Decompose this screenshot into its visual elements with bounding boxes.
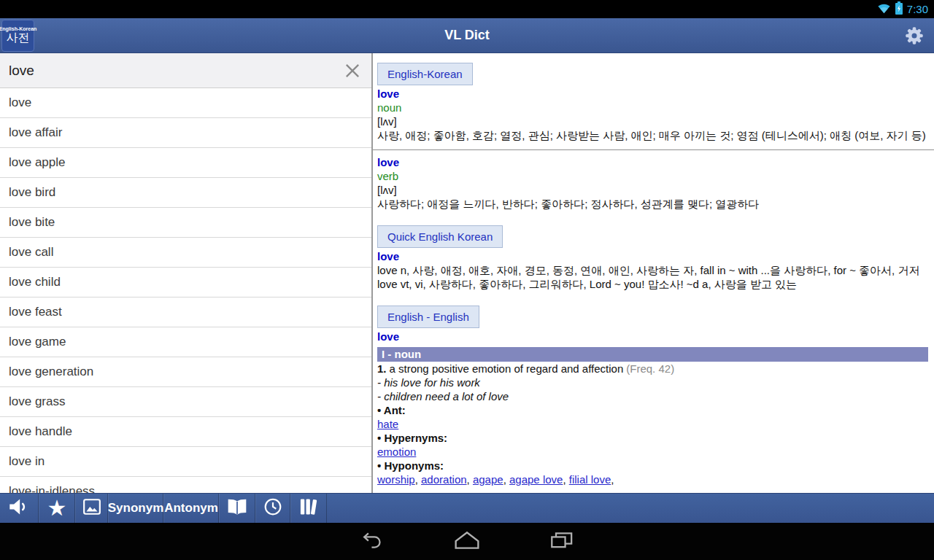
- sense-line: 1.a strong positive emotion of regard an…: [377, 362, 928, 376]
- hyponym-link[interactable]: adoration: [421, 473, 467, 486]
- entry-divider: [373, 149, 934, 150]
- screen: 7:30 English-Korean 사전 VL Dict: [0, 0, 934, 560]
- settings-gear-icon[interactable]: [904, 26, 925, 46]
- tab-english-korean[interactable]: English-Korean: [377, 63, 473, 85]
- antonym-link[interactable]: hate: [377, 418, 398, 430]
- entry-headword: love: [377, 87, 928, 101]
- status-bar: 7:30: [0, 0, 934, 18]
- hyponym-links: worship, adoration, agape, agape love, f…: [377, 472, 928, 486]
- navigation-bar: [0, 523, 934, 560]
- app-bar: English-Korean 사전 VL Dict: [0, 18, 934, 53]
- hypernyms-label: • Hypernyms:: [377, 431, 928, 445]
- entry-pos: noun: [377, 101, 928, 114]
- sense-text: a strong positive emotion of regard and …: [390, 362, 624, 375]
- suggestion-item[interactable]: love call: [0, 238, 371, 268]
- pronounce-button[interactable]: [0, 494, 39, 523]
- entry-headword: love: [377, 155, 928, 169]
- sense-frequency: (Freq. 42): [626, 362, 674, 375]
- entry-definition: 사랑하다; 애정을 느끼다, 반하다; 좋아하다; 정사하다, 성관계를 맺다;…: [377, 197, 928, 211]
- entry-pos: verb: [377, 169, 928, 183]
- clock-icon: [263, 497, 282, 519]
- suggestion-item[interactable]: love: [0, 88, 371, 118]
- example-line: - children need a lot of love: [377, 389, 928, 403]
- suggestion-item[interactable]: love affair: [0, 118, 371, 148]
- image-icon: [82, 498, 101, 518]
- search-bar: love: [0, 53, 371, 88]
- star-icon: ★: [47, 497, 67, 519]
- app-launcher-icon[interactable]: English-Korean 사전: [1, 20, 34, 52]
- suggestion-list: lovelove affairlove applelove birdlove b…: [0, 88, 371, 493]
- suggestion-item[interactable]: love game: [0, 327, 371, 357]
- tab-quick-english-korean[interactable]: Quick English Korean: [377, 225, 503, 248]
- synonym-button[interactable]: Synonym: [108, 494, 163, 523]
- home-icon: [454, 531, 480, 553]
- battery-charging-icon: [895, 1, 903, 18]
- quick-section: Quick English Korean love love n, 사랑, 애정…: [377, 225, 928, 291]
- recents-icon: [550, 531, 574, 553]
- hypernym-link[interactable]: emotion: [377, 446, 416, 458]
- entry-pronunciation: [lʌv]: [377, 114, 928, 128]
- page-title: VL Dict: [0, 28, 934, 43]
- hyponym-link[interactable]: agape: [473, 473, 503, 486]
- entry-headword: love: [377, 330, 928, 343]
- quick-definition-line: love vt, vi, 사랑하다, 좋아하다, 그리워하다, Lord ~ y…: [377, 277, 928, 291]
- suggestion-item[interactable]: love child: [0, 268, 371, 298]
- entry-pronunciation: [lʌv]: [377, 183, 928, 197]
- open-book-icon: [226, 498, 248, 518]
- hyponym-link[interactable]: filial love: [569, 473, 611, 486]
- search-panel: love lovelove affairlove applelove birdl…: [0, 53, 373, 493]
- library-books-icon: [298, 497, 319, 519]
- quick-definition-line: love n, 사랑, 애정, 애호, 자애, 경모, 동정, 연애, 애인, …: [377, 263, 928, 277]
- suggestion-item[interactable]: love feast: [0, 298, 371, 327]
- search-input[interactable]: love: [9, 63, 342, 79]
- suggestion-item[interactable]: love generation: [0, 357, 371, 387]
- back-icon: [360, 531, 384, 553]
- image-search-button[interactable]: [75, 494, 108, 523]
- clear-search-icon[interactable]: [342, 61, 363, 81]
- library-button[interactable]: [290, 494, 327, 523]
- suggestion-item[interactable]: love bite: [0, 208, 371, 238]
- main-content: love lovelove affairlove applelove birdl…: [0, 53, 934, 493]
- hyponyms-label: • Hyponyms:: [377, 459, 928, 472]
- english-english-section: English - English love I - noun 1.a stro…: [377, 306, 928, 486]
- suggestion-item[interactable]: love bird: [0, 178, 371, 208]
- status-clock: 7:30: [907, 3, 928, 15]
- tab-english-english[interactable]: English - English: [377, 306, 479, 328]
- definition-panel: English-Korean love noun [lʌv] 사랑, 애정; 좋…: [373, 53, 934, 493]
- antonym-label: • Ant:: [377, 403, 928, 417]
- antonym-button[interactable]: Antonym: [163, 494, 219, 523]
- synonym-button-label: Synonym: [107, 501, 166, 516]
- sense-number: 1.: [377, 362, 387, 375]
- example-line: - his love for his work: [377, 376, 928, 389]
- suggestion-item[interactable]: love handle: [0, 417, 371, 447]
- pos-banner: I - noun: [377, 347, 928, 362]
- antonym-button-label: Antonym: [163, 501, 220, 516]
- suggestion-item[interactable]: love in: [0, 447, 371, 477]
- dict-entry: love verb [lʌv] 사랑하다; 애정을 느끼다, 반하다; 좋아하다…: [377, 155, 928, 211]
- entry-headword: love: [377, 249, 928, 263]
- dictionary-button[interactable]: [219, 494, 255, 523]
- history-button[interactable]: [255, 494, 290, 523]
- wifi-icon: [877, 1, 891, 17]
- dict-entry: love noun [lʌv] 사랑, 애정; 좋아함, 호감; 열정, 관심;…: [377, 87, 928, 142]
- app-icon-label-ko: 사전: [7, 31, 30, 44]
- bottom-toolbar: ★ Synonym Antonym: [0, 493, 934, 523]
- speaker-icon: [8, 497, 30, 519]
- back-button[interactable]: [360, 529, 385, 554]
- favorite-button[interactable]: ★: [39, 494, 75, 523]
- suggestion-item[interactable]: love apple: [0, 148, 371, 178]
- suggestion-item[interactable]: love-in-idleness: [0, 477, 371, 493]
- antonym-links: hate: [377, 417, 928, 431]
- hyponym-link[interactable]: worship: [377, 473, 415, 486]
- home-button[interactable]: [455, 529, 479, 554]
- hyponym-link[interactable]: agape love: [509, 473, 563, 486]
- hypernym-links: emotion: [377, 445, 928, 459]
- recents-button[interactable]: [549, 529, 574, 554]
- app-icon-label-en: English-Korean: [0, 26, 36, 31]
- entry-definition: 사랑, 애정; 좋아함, 호감; 열정, 관심; 사랑받는 사람, 애인; 매우…: [377, 128, 928, 142]
- suggestion-item[interactable]: love grass: [0, 387, 371, 417]
